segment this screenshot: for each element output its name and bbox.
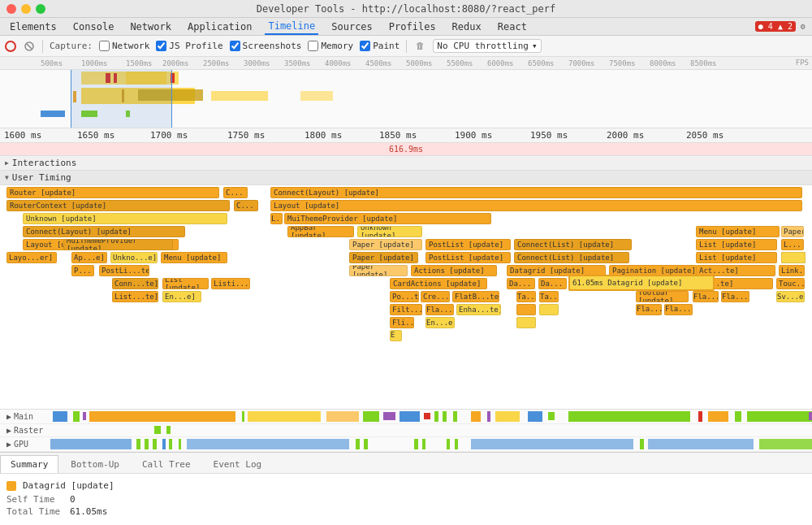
- tab-event-log[interactable]: Event Log: [203, 455, 273, 473]
- block-router-update[interactable]: Router [update]: [6, 187, 219, 198]
- menu-timeline[interactable]: Timeline: [265, 19, 318, 35]
- block-layout-update[interactable]: Layout [update]: [270, 200, 802, 211]
- user-timing-section-header[interactable]: ▼ User Timing: [0, 171, 812, 185]
- block-menu2[interactable]: Menu [update]: [161, 252, 227, 263]
- block-da1[interactable]: Da...: [507, 278, 535, 289]
- block-paper3[interactable]: Paper [update]: [349, 265, 408, 276]
- block-en1[interactable]: En...e]: [162, 291, 201, 302]
- menu-elements[interactable]: Elements: [6, 20, 60, 34]
- menu-console[interactable]: Console: [70, 20, 118, 34]
- block-cre[interactable]: Cre...te]: [421, 291, 450, 302]
- block-touc[interactable]: Touc...: [776, 278, 805, 289]
- settings-icon[interactable]: ⚙: [801, 22, 806, 31]
- block-unknown-update[interactable]: Unknown [update]: [23, 213, 227, 224]
- interactions-section-header[interactable]: ▶ Interactions: [0, 156, 812, 171]
- block-sv[interactable]: Sv...e]: [776, 291, 805, 302]
- gpu-track-label[interactable]: ▶ GPU: [0, 440, 49, 449]
- block-en4[interactable]: [516, 317, 536, 328]
- block-fl1[interactable]: [516, 304, 536, 315]
- block-p[interactable]: P...: [71, 265, 94, 276]
- main-track-label[interactable]: ▶ Main: [0, 412, 49, 421]
- stop-button[interactable]: [23, 40, 36, 53]
- screenshots-checkbox[interactable]: Screenshots: [230, 41, 302, 51]
- block-l[interactable]: L.: [270, 213, 283, 224]
- maximize-button[interactable]: [36, 4, 45, 14]
- tab-summary[interactable]: Summary: [0, 455, 58, 473]
- block-fla4[interactable]: Fla...: [636, 304, 662, 315]
- minimize-button[interactable]: [21, 4, 31, 14]
- throttle-dropdown[interactable]: No CPU throttling ▾: [433, 39, 541, 53]
- memory-checkbox[interactable]: Memory: [308, 41, 353, 51]
- block-e[interactable]: E: [390, 330, 402, 341]
- block-list5[interactable]: List [update]: [162, 278, 209, 289]
- block-appbar[interactable]: AppBar [update]: [287, 226, 354, 237]
- block-connectlist2[interactable]: Connect(List) [update]: [514, 252, 629, 263]
- block-link[interactable]: Link...: [779, 265, 805, 276]
- network-checkbox[interactable]: Network: [99, 41, 149, 51]
- block-fla1[interactable]: Fla...: [693, 291, 719, 302]
- tab-bottom-up[interactable]: Bottom-Up: [60, 455, 130, 473]
- block-paper[interactable]: Paper: [781, 226, 804, 237]
- menu-sources[interactable]: Sources: [328, 20, 376, 34]
- block-fli[interactable]: Fli...: [390, 317, 414, 328]
- menu-network[interactable]: Network: [127, 20, 175, 34]
- block-en3[interactable]: En...e]: [425, 317, 455, 328]
- block-listi[interactable]: Listi...te]: [211, 278, 250, 289]
- block-connect-layout[interactable]: Connect(Layout) [update]: [270, 187, 802, 198]
- block-postlist2[interactable]: PostList [update]: [425, 252, 511, 263]
- block-filt[interactable]: Filt...te]: [390, 304, 422, 315]
- menu-react[interactable]: React: [495, 20, 530, 34]
- block-menu[interactable]: Menu [update]: [696, 226, 780, 237]
- block-ap[interactable]: Ap...e]: [71, 252, 107, 263]
- jsprofile-checkbox[interactable]: JS Profile: [156, 41, 222, 51]
- block-en2[interactable]: [539, 304, 559, 315]
- block-datagrid-tooltip[interactable]: 61.05ms Datagrid [update]: [568, 275, 715, 291]
- block-list4[interactable]: List [update]: [696, 252, 777, 263]
- block-postli[interactable]: PostLi...te]: [99, 265, 149, 276]
- block-routercontext[interactable]: RouterContext [update]: [6, 200, 230, 211]
- gpu-track-row[interactable]: ▶ GPU: [0, 437, 812, 452]
- paint-checkbox[interactable]: Paint: [360, 41, 400, 51]
- clear-button[interactable]: 🗑: [413, 40, 426, 53]
- block-ta2[interactable]: Ta...: [539, 291, 559, 302]
- block-muitheme[interactable]: MuiThemeProvider [update]: [284, 213, 491, 224]
- menu-application[interactable]: Application: [184, 20, 255, 34]
- block-c1[interactable]: C...: [223, 187, 248, 198]
- block-list3[interactable]: L...: [781, 239, 804, 250]
- block-cardactions[interactable]: CardActions [update]: [390, 278, 487, 289]
- block-fla2[interactable]: Fla...: [721, 291, 749, 302]
- overview-panel[interactable]: [0, 70, 812, 128]
- menu-redux[interactable]: Redux: [449, 20, 485, 34]
- block-fla3[interactable]: Fla...te]: [425, 304, 454, 315]
- block-connect-layout2[interactable]: Connect(Layout) [update]: [23, 226, 185, 237]
- block-unknown2[interactable]: Unknown [update]: [357, 226, 422, 237]
- block-enha[interactable]: [781, 252, 806, 263]
- block-conn[interactable]: Conn...te]: [112, 278, 158, 289]
- raster-track-row[interactable]: ▶ Raster: [0, 424, 812, 437]
- block-list6[interactable]: List...te]: [112, 291, 158, 302]
- block-muitheme2[interactable]: MuiThemeProvider [update]: [63, 239, 173, 250]
- block-toolbar[interactable]: Toolbar [update]: [636, 291, 689, 302]
- block-fla5[interactable]: Fla...: [664, 304, 693, 315]
- block-paperupdate[interactable]: Paper [update]: [349, 252, 418, 263]
- block-enha2[interactable]: Enha...te]: [456, 304, 501, 315]
- block-list2[interactable]: List [update]: [696, 239, 777, 250]
- raster-track-label[interactable]: ▶ Raster: [0, 426, 49, 435]
- tab-call-tree[interactable]: Call Tree: [132, 455, 201, 473]
- block-layer[interactable]: Layo...er]: [6, 252, 57, 263]
- block-flatb[interactable]: FlatB...te]: [452, 291, 499, 302]
- close-button[interactable]: [6, 4, 16, 14]
- block-po[interactable]: Po...te]: [390, 291, 419, 302]
- block-c2[interactable]: C...: [234, 200, 258, 211]
- block-da2[interactable]: Da...: [538, 278, 567, 289]
- flame-chart-container[interactable]: Router [update] C... Connect(Layout) [up…: [0, 185, 812, 410]
- block-ta1[interactable]: Ta...: [516, 291, 536, 302]
- block-paper2[interactable]: Paper [update]: [349, 239, 422, 250]
- menu-profiles[interactable]: Profiles: [386, 20, 439, 34]
- block-postlist[interactable]: PostList [update]: [425, 239, 511, 250]
- block-actions[interactable]: Actions [update]: [411, 265, 497, 276]
- block-unkno[interactable]: Unkno...e]: [110, 252, 158, 263]
- main-track-row[interactable]: ▶ Main: [0, 410, 812, 424]
- block-connectlist[interactable]: Connect(List) [update]: [514, 239, 632, 250]
- record-button[interactable]: [5, 41, 16, 52]
